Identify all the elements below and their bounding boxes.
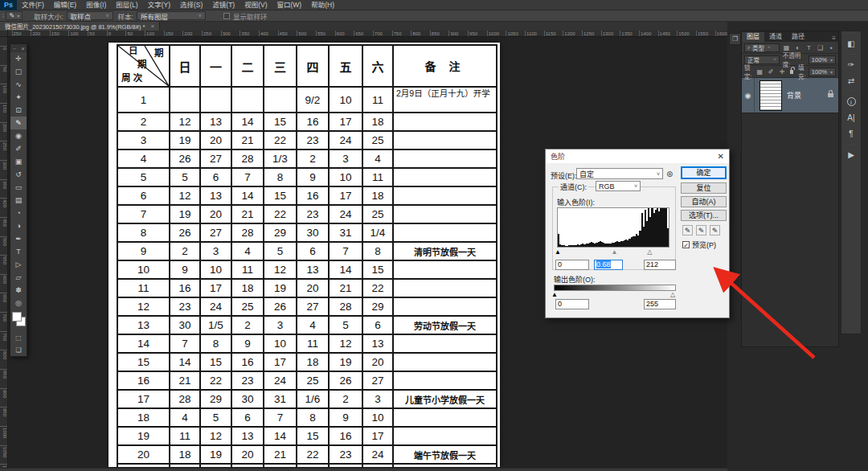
options-button[interactable]: 选项(T)... — [681, 210, 727, 221]
actions-panel-icon[interactable]: ▶ — [841, 147, 861, 163]
shape-filter-icon[interactable]: ❏ — [816, 44, 825, 51]
info-panel-icon[interactable]: i — [841, 94, 861, 110]
vertical-ruler[interactable]: 0501001502002503003504004505005506006507… — [0, 31, 8, 471]
gamma-input-slider[interactable]: ▲ — [611, 249, 617, 256]
lock-transparency-icon[interactable]: ▦ — [755, 68, 764, 76]
input-gamma-field[interactable]: 0.68 — [594, 260, 623, 270]
lasso-tool[interactable]: ∿ — [10, 78, 27, 91]
smart-object-filter-icon[interactable]: ▪ — [827, 44, 836, 51]
menu-item[interactable]: 选择(S) — [175, 0, 207, 10]
type-tool[interactable]: T — [10, 245, 27, 258]
collapsed-panel-icon[interactable]: ❐ — [729, 33, 741, 45]
output-white-slider[interactable]: △ — [670, 292, 675, 298]
white-input-slider[interactable]: △ — [647, 249, 652, 256]
collapse-icon[interactable]: ↔ — [12, 46, 17, 51]
output-white-field[interactable]: 255 — [644, 299, 676, 309]
input-black-field[interactable]: 0 — [555, 260, 589, 270]
ruler-tick: 200 — [182, 31, 192, 37]
opacity-field[interactable]: 100% ▾ — [809, 55, 836, 64]
menu-item[interactable]: 图像(I) — [81, 0, 111, 10]
lock-pixels-icon[interactable]: ✐ — [767, 68, 776, 76]
lock-all-icon[interactable] — [790, 70, 793, 74]
path-selection-tool[interactable]: ▷ — [10, 258, 27, 271]
eraser-tool[interactable]: ▭ — [10, 181, 27, 194]
gray-point-eyedropper-icon[interactable]: ✎ — [696, 225, 706, 236]
active-tool-chip[interactable]: ✎ ▾ — [6, 11, 23, 20]
sample-size-select[interactable]: 取样点 ˅ — [67, 11, 113, 20]
dodge-tool[interactable]: ◑ — [10, 219, 27, 232]
preview-checkbox[interactable]: ✓ 预览(P) — [682, 240, 716, 250]
history-brush-tool[interactable]: ↺ — [10, 168, 27, 181]
ok-button[interactable]: 确定 — [681, 166, 727, 179]
menu-item[interactable]: 帮助(H) — [306, 0, 339, 10]
lock-position-icon[interactable]: ✛ — [778, 68, 787, 76]
document-tab[interactable]: 微信图片_20230215073030.jpg @ 81.9%(RGB/8#) … — [0, 22, 160, 31]
shape-tool[interactable]: ▱ — [10, 271, 27, 284]
input-white-field[interactable]: 212 — [644, 260, 676, 270]
move-tool[interactable]: ✛ — [10, 52, 27, 65]
menu-item[interactable]: 视图(V) — [240, 0, 272, 10]
brush-tool[interactable]: ✐ — [10, 142, 27, 155]
brush-presets-panel-icon[interactable]: ✑ — [841, 57, 861, 73]
fill-field[interactable]: 100% ▾ — [809, 68, 836, 76]
menu-item[interactable]: 文字(Y) — [143, 0, 175, 10]
calendar-document-image[interactable]: 日期期周 次日一二三四五六备 注19/210112月9日（正月十九）开学2121… — [108, 43, 500, 467]
eyedropper-tool[interactable]: ✎ — [10, 117, 27, 129]
menu-item[interactable]: 编辑(E) — [49, 0, 81, 10]
close-icon[interactable]: × — [150, 23, 154, 30]
panel-menu-icon[interactable]: ≡ — [832, 35, 838, 42]
healing-brush-tool[interactable]: ◉ — [10, 129, 27, 142]
blend-mode-row: 正常 ˅ 不透明度: 100% ▾ — [742, 54, 838, 66]
levels-histogram — [557, 207, 669, 248]
calendar-week-row: 82627282930311/4 — [117, 223, 497, 242]
channel-select[interactable]: RGB ˅ — [596, 181, 641, 191]
adjustments-panel-icon[interactable]: ◧ — [841, 36, 861, 52]
date-cell: 17 — [362, 427, 393, 445]
foreground-color-swatch[interactable] — [12, 312, 22, 322]
reset-button[interactable]: 复位 — [681, 182, 727, 194]
menu-item[interactable]: 滤镜(T) — [207, 0, 240, 10]
close-icon[interactable]: ✕ — [718, 152, 724, 161]
tab-channels[interactable]: 通道 — [764, 32, 787, 42]
menu-item[interactable]: 窗口(W) — [272, 0, 307, 10]
rectangular-marquee-tool[interactable]: ▢ — [10, 65, 27, 78]
clone-stamp-tool[interactable]: ▣ — [10, 155, 27, 168]
tab-layers[interactable]: 图层 — [742, 32, 764, 42]
tools-panel-header[interactable]: ↔ ✕ — [10, 44, 27, 52]
character-panel-icon[interactable]: A| — [841, 110, 861, 126]
sample-layers-select[interactable]: 所有图层 ˅ — [137, 11, 206, 20]
date-cell: 11 — [170, 427, 200, 445]
black-point-eyedropper-icon[interactable]: ✎ — [682, 225, 693, 236]
tab-paths[interactable]: 路径 — [787, 32, 809, 42]
close-icon[interactable]: ✕ — [21, 46, 25, 51]
show-sampling-ring-checkbox[interactable]: 显示取样环 — [223, 11, 268, 21]
pen-tool[interactable]: ✒ — [10, 232, 27, 245]
black-input-slider[interactable]: ▲ — [555, 249, 561, 256]
paragraph-panel-icon[interactable]: ¶ — [841, 126, 861, 142]
output-black-slider[interactable]: ▲ — [551, 292, 558, 298]
hand-tool[interactable]: ✽ — [10, 284, 27, 297]
white-point-eyedropper-icon[interactable]: ✎ — [710, 225, 720, 236]
levels-dialog-titlebar[interactable]: 色阶 ✕ — [546, 149, 729, 163]
blur-tool[interactable]: ◔ — [10, 207, 27, 219]
filter-type-select[interactable]: ⌕ 类型 ˅ — [744, 43, 780, 52]
output-black-field[interactable]: 0 — [555, 299, 589, 309]
zoom-tool[interactable]: ◎ — [10, 297, 27, 309]
quick-selection-tool[interactable]: ✦ — [10, 91, 27, 104]
date-cell: 28 — [329, 297, 362, 316]
gradient-tool[interactable]: ▤ — [10, 194, 27, 207]
gear-icon[interactable]: ⊛ — [666, 170, 673, 178]
crop-tool[interactable]: ⊡ — [10, 104, 27, 117]
layer-thumbnail[interactable] — [760, 80, 782, 111]
layer-row-background[interactable]: ◉ 背景 — [742, 78, 838, 113]
preset-select[interactable]: 自定 ˅ — [576, 168, 663, 179]
menu-item[interactable]: 图层(L) — [111, 0, 142, 10]
clone-source-panel-icon[interactable]: ⇄ — [841, 73, 861, 89]
screen-mode-button[interactable]: ❏ — [10, 344, 27, 356]
auto-button[interactable]: 自动(A) — [681, 196, 727, 207]
horizontal-ruler[interactable]: 2502001501005005010015020025030035040045… — [8, 31, 727, 37]
quick-mask-button[interactable]: ⬚ — [10, 332, 27, 344]
menu-item[interactable]: 文件(F) — [17, 0, 49, 10]
preset-value: 自定 — [579, 169, 594, 179]
layer-visibility-eye-icon[interactable]: ◉ — [742, 78, 755, 113]
